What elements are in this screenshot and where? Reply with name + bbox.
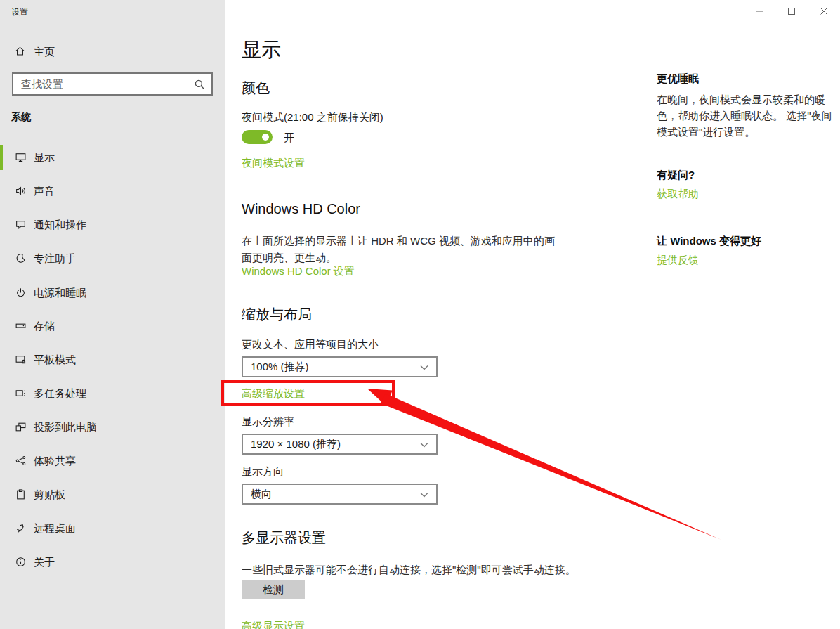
- sidebar-item-focus-assist[interactable]: 专注助手: [0, 245, 225, 273]
- resolution-dropdown[interactable]: 1920 × 1080 (推荐): [242, 434, 438, 455]
- sidebar-item-label: 关于: [34, 556, 55, 569]
- sidebar-item-label: 通知和操作: [34, 219, 86, 232]
- sidebar-item-label: 平板模式: [34, 354, 76, 367]
- night-light-toggle[interactable]: [242, 130, 273, 144]
- toggle-knob: [262, 134, 269, 141]
- close-button[interactable]: [808, 0, 840, 22]
- share-icon: [15, 455, 27, 467]
- resolution-label: 显示分辨率: [242, 415, 294, 429]
- monitor-icon: [15, 151, 27, 163]
- multi-display-title: 多显示器设置: [242, 529, 326, 547]
- comment-icon: [15, 219, 27, 231]
- sidebar-item-clipboard[interactable]: 剪贴板: [0, 481, 225, 509]
- window-controls: [743, 0, 840, 22]
- get-help-link[interactable]: 获取帮助: [657, 188, 699, 201]
- night-light-settings-link[interactable]: 夜间模式设置: [242, 157, 305, 170]
- sleep-tip-title: 更优睡眠: [657, 72, 699, 86]
- chevron-down-icon: [420, 442, 428, 448]
- info-icon: [15, 556, 27, 568]
- window-title: 设置: [11, 6, 28, 18]
- sidebar-item-label: 声音: [34, 185, 55, 198]
- multi-display-description: 一些旧式显示器可能不会进行自动连接，选择"检测"即可尝试手动连接。: [242, 562, 576, 578]
- resolution-value: 1920 × 1080 (推荐): [251, 438, 341, 451]
- sidebar-item-label: 剪贴板: [34, 488, 65, 502]
- sidebar-item-label: 远程桌面: [34, 522, 76, 536]
- sidebar-item-tablet-mode[interactable]: 平板模式: [0, 346, 225, 374]
- hd-color-settings-link[interactable]: Windows HD Color 设置: [242, 265, 355, 278]
- advanced-display-link[interactable]: 高级显示设置: [242, 620, 305, 629]
- sidebar-item-storage[interactable]: 存储: [0, 312, 225, 340]
- search-icon[interactable]: [193, 78, 206, 91]
- chevron-down-icon: [420, 492, 428, 498]
- page-title: 显示: [242, 37, 281, 63]
- scale-dropdown[interactable]: 100% (推荐): [242, 356, 438, 377]
- minimize-button[interactable]: [743, 0, 775, 22]
- sidebar-item-sound[interactable]: 声音: [0, 177, 225, 205]
- sidebar-item-notifications[interactable]: 通知和操作: [0, 211, 225, 239]
- drive-icon: [15, 320, 27, 332]
- scale-label: 更改文本、应用等项目的大小: [242, 338, 379, 351]
- speaker-icon: [15, 185, 27, 197]
- sidebar-item-shared-experiences[interactable]: 体验共享: [0, 447, 225, 475]
- sidebar-item-multitasking[interactable]: 多任务处理: [0, 380, 225, 408]
- remote-desktop-icon: [15, 522, 27, 534]
- sidebar-item-label: 电源和睡眠: [34, 287, 86, 300]
- settings-window: 设置 主页 系统 显示 声音: [0, 0, 840, 629]
- sidebar-item-label: 显示: [34, 151, 55, 164]
- sidebar-item-label: 主页: [34, 46, 55, 59]
- advanced-scaling-link[interactable]: 高级缩放设置: [242, 387, 305, 401]
- sidebar-item-display[interactable]: 显示: [0, 143, 225, 171]
- home-icon: [14, 45, 26, 57]
- orientation-dropdown[interactable]: 横向: [242, 484, 438, 505]
- detect-button[interactable]: 检测: [242, 580, 305, 599]
- selected-accent-bar: [0, 145, 3, 170]
- toggle-state-label: 开: [284, 131, 294, 145]
- sidebar-item-remote-desktop[interactable]: 远程桌面: [0, 514, 225, 543]
- sidebar-item-label: 投影到此电脑: [34, 421, 97, 434]
- tablet-icon: [15, 354, 27, 365]
- better-windows-title: 让 Windows 变得更好: [657, 235, 761, 248]
- hd-color-description: 在上面所选择的显示器上让 HDR 和 WCG 视频、游戏和应用中的画面更明亮、更…: [242, 233, 556, 266]
- question-title: 有疑问?: [657, 169, 695, 182]
- multitask-icon: [15, 387, 27, 399]
- orientation-value: 横向: [251, 488, 272, 501]
- scale-value: 100% (推荐): [251, 361, 309, 374]
- clipboard-icon: [15, 488, 27, 500]
- sidebar-item-projecting[interactable]: 投影到此电脑: [0, 413, 225, 441]
- power-icon: [15, 287, 27, 299]
- search-box: [12, 72, 213, 96]
- chevron-down-icon: [420, 365, 428, 370]
- sidebar-item-label: 体验共享: [34, 455, 76, 468]
- search-input[interactable]: [13, 74, 211, 94]
- night-light-label: 夜间模式(21:00 之前保持关闭): [242, 111, 383, 124]
- scale-layout-title: 缩放与布局: [242, 305, 312, 324]
- sidebar-item-label: 多任务处理: [34, 387, 86, 401]
- sidebar-section-system: 系统: [11, 111, 31, 124]
- moon-icon: [15, 252, 27, 264]
- sidebar-item-label: 专注助手: [34, 252, 76, 266]
- sidebar-item-label: 存储: [34, 320, 55, 333]
- hd-color-title: Windows HD Color: [242, 201, 360, 217]
- orientation-label: 显示方向: [242, 465, 284, 479]
- color-section-title: 颜色: [242, 79, 270, 98]
- sidebar-item-home[interactable]: 主页: [0, 39, 225, 65]
- maximize-button[interactable]: [775, 0, 808, 22]
- feedback-link[interactable]: 提供反馈: [657, 254, 699, 267]
- sidebar-item-about[interactable]: 关于: [0, 548, 225, 576]
- sleep-tip-description: 在晚间，夜间模式会显示较柔和的暖色，帮助你进入睡眠状态。 选择"夜间模式设置"进…: [657, 91, 834, 140]
- project-icon: [15, 421, 27, 433]
- sidebar: 设置 主页 系统 显示 声音: [0, 0, 225, 629]
- sidebar-item-power-sleep[interactable]: 电源和睡眠: [0, 279, 225, 307]
